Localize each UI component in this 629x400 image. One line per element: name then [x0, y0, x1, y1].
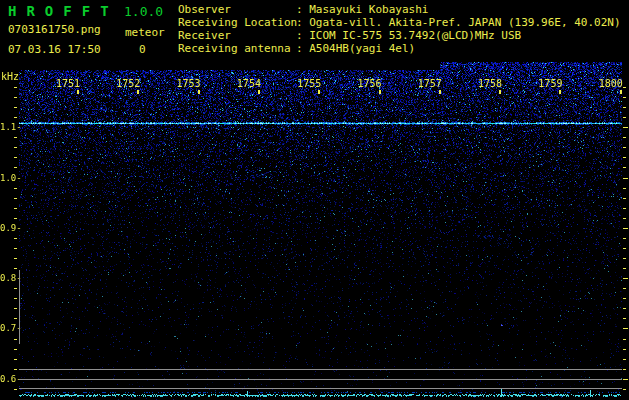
time-tick-label: 1758 — [468, 78, 512, 90]
info-label: Observer — [178, 3, 296, 16]
freq-tick-minor — [14, 87, 17, 88]
freq-tick-major — [623, 178, 628, 179]
time-tick-label: 1753 — [167, 78, 211, 90]
info-row: Receiving antenna: A504HB(yagi 4el) — [178, 42, 621, 55]
freq-tick-label: 1.1- — [0, 122, 21, 133]
freq-tick-minor — [14, 349, 17, 350]
freq-tick-minor — [623, 268, 626, 269]
time-tick-label: 1752 — [106, 78, 150, 90]
info-colon: : — [296, 42, 309, 55]
freq-tick-minor — [14, 238, 17, 239]
hrofft-screen: HROFFT 1.0.0 0703161750.png meteor 07.03… — [0, 0, 629, 400]
freq-tick-minor — [623, 157, 626, 158]
freq-tick-minor — [14, 107, 17, 108]
info-label: Receiving antenna — [178, 42, 296, 55]
time-tick — [379, 90, 381, 94]
freq-tick-minor — [623, 389, 626, 390]
freq-tick-minor — [14, 208, 17, 209]
level-gridline — [19, 379, 622, 380]
time-tick — [198, 90, 200, 94]
freq-axis-unit: kHz — [1, 71, 19, 83]
freq-tick-label: 1.0- — [0, 173, 21, 184]
freq-tick-minor — [14, 318, 17, 319]
freq-tick-minor — [623, 318, 626, 319]
freq-tick-minor — [623, 248, 626, 249]
freq-tick-minor — [623, 298, 626, 299]
time-tick-label: 1800 — [589, 78, 629, 90]
time-tick — [137, 90, 139, 94]
freq-tick-minor — [14, 339, 17, 340]
time-tick — [439, 90, 441, 94]
datetime-label: 07.03.16 17:50 — [8, 43, 101, 56]
freq-tick-major — [623, 379, 628, 380]
time-tick — [559, 90, 561, 94]
freq-tick-minor — [14, 359, 17, 360]
freq-tick-label: 0.7- — [0, 323, 21, 334]
info-row: Receiving Location: Ogata-vill. Akita-Pr… — [178, 16, 621, 29]
freq-tick-minor — [14, 198, 17, 199]
freq-tick-minor — [14, 268, 17, 269]
spectrogram-canvas — [19, 62, 622, 400]
info-label: Receiving Location — [178, 16, 296, 29]
filename-label: 0703161750.png — [8, 23, 101, 36]
freq-tick-major — [623, 228, 628, 229]
level-gridline — [19, 388, 622, 389]
freq-tick-minor — [623, 208, 626, 209]
freq-tick-minor — [14, 308, 17, 309]
freq-tick-minor — [14, 248, 17, 249]
freq-tick-minor — [623, 238, 626, 239]
info-row: Observer: Masayuki Kobayashi — [178, 3, 621, 16]
freq-tick-minor — [14, 389, 17, 390]
freq-tick-minor — [14, 167, 17, 168]
freq-tick-major — [623, 278, 628, 279]
info-value: ICOM IC-575 53.7492(@LCD)MHz USB — [309, 29, 521, 42]
freq-tick-minor — [623, 369, 626, 370]
freq-tick-minor — [623, 137, 626, 138]
freq-tick-label: 0.6- — [0, 374, 21, 385]
info-colon: : — [296, 16, 309, 29]
info-colon: : — [296, 29, 309, 42]
freq-tick-minor — [14, 147, 17, 148]
freq-tick-minor — [623, 198, 626, 199]
time-tick — [620, 90, 622, 94]
time-tick — [318, 90, 320, 94]
time-tick-label: 1757 — [408, 78, 452, 90]
time-tick-label: 1751 — [46, 78, 90, 90]
freq-tick-minor — [623, 107, 626, 108]
freq-tick-minor — [623, 167, 626, 168]
freq-tick-minor — [623, 359, 626, 360]
time-tick — [258, 90, 260, 94]
info-label: Receiver — [178, 29, 296, 42]
time-tick-label: 1756 — [348, 78, 392, 90]
time-tick-label: 1754 — [227, 78, 271, 90]
freq-tick-minor — [623, 288, 626, 289]
freq-tick-minor — [623, 147, 626, 148]
freq-tick-minor — [623, 339, 626, 340]
freq-tick-minor — [623, 308, 626, 309]
freq-tick-major — [623, 328, 628, 329]
time-tick-label: 1759 — [528, 78, 572, 90]
level-gridline — [19, 369, 622, 370]
app-title: HROFFT — [8, 4, 119, 19]
level-axis-line — [19, 270, 20, 344]
info-value: Ogata-vill. Akita-Pref. JAPAN (139.96E, … — [309, 16, 620, 29]
freq-tick-label: 0.8- — [0, 273, 21, 284]
time-tick-label: 1755 — [287, 78, 331, 90]
freq-tick-minor — [623, 188, 626, 189]
freq-tick-minor — [14, 369, 17, 370]
freq-tick-minor — [14, 157, 17, 158]
info-value: A504HB(yagi 4el) — [309, 42, 415, 55]
info-value: Masayuki Kobayashi — [309, 3, 428, 16]
freq-tick-major — [623, 127, 628, 128]
freq-tick-minor — [623, 87, 626, 88]
freq-tick-minor — [623, 218, 626, 219]
freq-tick-minor — [623, 97, 626, 98]
freq-tick-minor — [623, 349, 626, 350]
time-tick — [499, 90, 501, 94]
freq-tick-minor — [14, 258, 17, 259]
station-info-block: Observer: Masayuki KobayashiReceiving Lo… — [178, 3, 621, 55]
freq-tick-minor — [14, 117, 17, 118]
freq-tick-minor — [14, 298, 17, 299]
freq-tick-minor — [14, 97, 17, 98]
meteor-count-value: 0 — [139, 43, 146, 56]
